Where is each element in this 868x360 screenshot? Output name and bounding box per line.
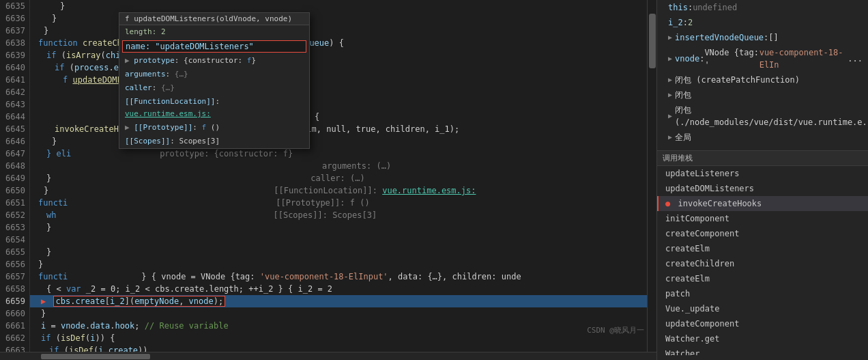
code-line: }: [30, 0, 647, 12]
code-line-active: ▶ cbs.create[i_2](emptyNode, vnode);: [30, 295, 647, 307]
callstack-item-updateComponent[interactable]: updateComponent: [657, 316, 868, 331]
code-line: arguments: (…): [30, 160, 647, 172]
code-line: }: [30, 221, 647, 234]
line-num: 6648: [0, 160, 29, 172]
line-num: 6655: [0, 246, 29, 258]
var-value: undefined: [693, 1, 737, 14]
callstack-label: updateListeners: [665, 169, 739, 178]
arrow-icon: ▶: [668, 53, 672, 65]
line-num: 6650: [0, 184, 29, 197]
callstack-item-watcher[interactable]: Watcher: [657, 346, 868, 355]
line-num: 6657: [0, 271, 29, 283]
callstack-item-vue-update[interactable]: Vue._update: [657, 301, 868, 316]
line-num: 6656: [0, 258, 29, 271]
callstack-item-updateListeners[interactable]: updateListeners: [657, 166, 868, 181]
arrow-icon: ▶: [668, 74, 672, 86]
code-line: }: [30, 246, 647, 258]
line-num: 6653: [0, 221, 29, 234]
callstack-label: patch: [665, 289, 690, 299]
tooltip-row: caller: {…}: [119, 81, 309, 95]
code-editor: 6635 6636 6637 6638 6639 6640 6641 6642 …: [0, 0, 656, 360]
callstack-item-updateDOMListeners[interactable]: updateDOMListeners: [657, 181, 868, 196]
var-value: []: [768, 31, 778, 44]
line-num: 6658: [0, 283, 29, 295]
callstack-item-invokeCreateHooks[interactable]: ● invokeCreateHooks: [657, 196, 868, 211]
var-separator: :: [764, 31, 768, 44]
arrow-icon: ▶: [668, 110, 672, 122]
debug-var-closure1[interactable]: ▶ 闭包 (createPatchFunction): [657, 72, 868, 87]
code-line: { < var _2 = 0; i_2 < cbs.create.length;…: [30, 283, 647, 295]
callstack-item-createElm1[interactable]: createElm: [657, 241, 868, 256]
call-stack-title: 调用堆栈: [663, 153, 693, 163]
var-value: 2: [688, 16, 693, 29]
code-line: }caller: (…): [30, 172, 647, 184]
line-num: 6661: [0, 320, 29, 332]
debug-var-closure3[interactable]: ▶ 闭包 (./node_modules/vue/dist/vue.runtim…: [657, 102, 868, 130]
line-num: 6662: [0, 332, 29, 344]
tooltip-name-label: name: "updateDOMListeners": [126, 42, 254, 51]
code-line: }: [30, 258, 647, 271]
callstack-label: Watcher: [665, 349, 700, 355]
variables-section: this: undefined i_2: 2 ▶ insertedVnodeQu…: [657, 0, 868, 150]
var-label: 全局: [675, 131, 691, 143]
callstack-label: updateComponent: [665, 319, 739, 329]
callstack-item-patch[interactable]: patch: [657, 286, 868, 301]
debug-var-this[interactable]: this: undefined: [657, 0, 868, 15]
scrollbar-thumb[interactable]: [649, 14, 656, 68]
callstack-label: createElm: [665, 274, 710, 283]
var-label: 闭包 (createPatchFunction): [675, 74, 800, 86]
line-num: 6649: [0, 172, 29, 184]
line-num: 6638: [0, 37, 29, 49]
line-num: 6663: [0, 344, 29, 352]
line-num: 6641: [0, 74, 29, 86]
callstack-label: Vue._update: [665, 304, 719, 314]
callstack-label: createChildren: [665, 259, 734, 268]
var-label: 闭包 (./node_modules/vue/dist/vue.runtime.…: [675, 104, 868, 128]
vertical-scrollbar[interactable]: [647, 0, 656, 352]
line-num: 6643: [0, 98, 29, 111]
callstack-item-createComponent[interactable]: createComponent: [657, 226, 868, 241]
debug-var-queue[interactable]: ▶ insertedVnodeQueue: []: [657, 30, 868, 45]
callstack-item-initComponent[interactable]: initComponent: [657, 211, 868, 226]
callstack-label: updateDOMListeners: [665, 184, 754, 193]
tooltip-row: ▶ [[Prototype]]: f (): [119, 121, 309, 135]
var-separator: :: [699, 53, 704, 65]
callstack-label: createComponent: [665, 229, 739, 238]
line-num: 6642: [0, 86, 29, 98]
var-label: 闭包: [675, 89, 691, 101]
var-label: insertedVnodeQueue: [675, 31, 764, 44]
line-num: 6652: [0, 209, 29, 221]
code-line: }: [30, 307, 647, 320]
horizontal-scrollbar[interactable]: [0, 352, 656, 360]
var-separator: :: [688, 1, 693, 14]
debug-var-vnode[interactable]: ▶ vnode: VNode {tag: 'vue-component-18-E…: [657, 45, 868, 72]
debug-var-i2[interactable]: i_2: 2: [657, 15, 868, 30]
callstack-label: invokeCreateHooks: [678, 199, 762, 208]
code-line: wh[[Scopes]]: Scopes[3]: [30, 209, 647, 221]
line-num: 6654: [0, 234, 29, 246]
code-line: } eliprototype: {constructor: f}: [30, 148, 647, 160]
callstack-item-watcherGet[interactable]: Watcher.get: [657, 331, 868, 346]
tooltip-popup: f updateDOMListeners(oldVnode, vnode) le…: [119, 12, 310, 149]
scrollbar-h-thumb[interactable]: [41, 354, 150, 359]
callstack-label: initComponent: [665, 214, 729, 223]
line-num: 6659: [0, 295, 29, 307]
line-num: 6647: [0, 148, 29, 160]
tooltip-row: arguments: {…}: [119, 68, 309, 81]
debug-panel: this: undefined i_2: 2 ▶ insertedVnodeQu…: [656, 0, 868, 360]
tooltip-row: [[Scopes]]: Scopes[3]: [119, 135, 309, 148]
line-num: 6644: [0, 111, 29, 123]
callstack-item-createChildren[interactable]: createChildren: [657, 256, 868, 271]
callstack-label: Watcher.get: [665, 334, 719, 344]
line-num: 6645: [0, 123, 29, 135]
code-line: functi} { vnode = VNode {tag: 'vue-compo…: [30, 271, 647, 283]
watermark: CSDN @晓风月一: [587, 325, 644, 335]
var-separator: :: [683, 16, 688, 29]
line-num: 6651: [0, 197, 29, 209]
call-stack-header: 调用堆栈: [657, 151, 868, 166]
var-label: vnode: [675, 53, 699, 65]
debug-var-closure2[interactable]: ▶ 闭包: [657, 87, 868, 102]
debug-var-global[interactable]: ▶ 全局: [657, 130, 868, 145]
tooltip-header: f updateDOMListeners(oldVnode, vnode): [119, 13, 309, 25]
callstack-item-createElm2[interactable]: createElm: [657, 271, 868, 286]
